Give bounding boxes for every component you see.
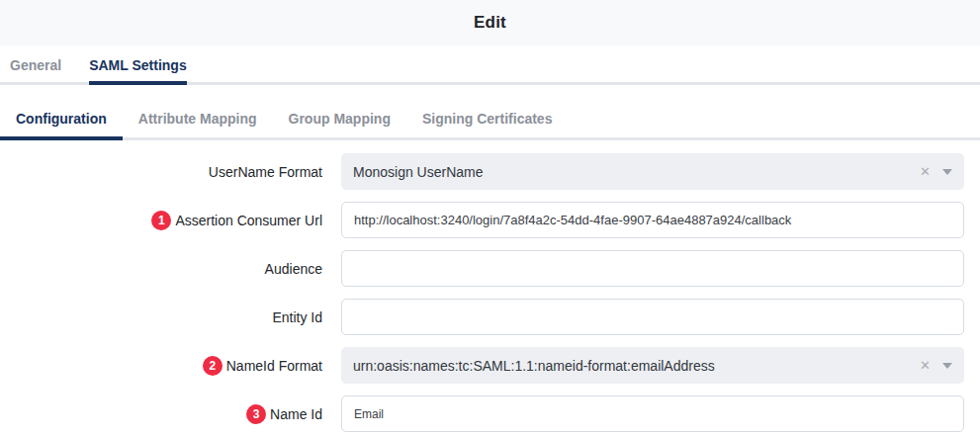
form-row-entity-id: Entity Id	[0, 299, 980, 335]
nameid-format-select[interactable]: urn:oasis:names:tc:SAML:1.1:nameid-forma…	[341, 347, 964, 384]
chevron-down-icon[interactable]	[942, 169, 952, 175]
subtab-group-mapping[interactable]: Group Mapping	[273, 98, 406, 137]
select-value: urn:oasis:names:tc:SAML:1.1:nameid-forma…	[353, 358, 920, 374]
configuration-form: UserName Format Monosign UserName ✕ 1 As…	[0, 140, 980, 432]
name-id-label: Name Id	[270, 406, 322, 422]
username-format-label: UserName Format	[209, 164, 322, 180]
page-title: Edit	[474, 13, 506, 33]
form-row-username-format: UserName Format Monosign UserName ✕	[0, 153, 980, 190]
username-format-select[interactable]: Monosign UserName ✕	[341, 153, 964, 190]
form-row-nameid-format: 2 NameId Format urn:oasis:names:tc:SAML:…	[0, 347, 980, 384]
name-id-input[interactable]	[341, 395, 964, 432]
tab-saml-settings[interactable]: SAML Settings	[89, 45, 187, 85]
step-badge-1: 1	[151, 211, 171, 230]
clear-icon[interactable]: ✕	[920, 165, 931, 178]
form-row-assertion-consumer-url: 1 Assertion Consumer Url	[0, 202, 980, 238]
nameid-format-label: NameId Format	[226, 358, 322, 374]
tab-general[interactable]: General	[10, 45, 61, 82]
select-value: Monosign UserName	[353, 164, 920, 180]
entity-id-label: Entity Id	[272, 309, 322, 325]
form-row-audience: Audience	[0, 250, 980, 287]
subtab-attribute-mapping[interactable]: Attribute Mapping	[123, 98, 273, 137]
subtab-configuration[interactable]: Configuration	[0, 98, 123, 140]
saml-subtabbar: Configuration Attribute Mapping Group Ma…	[0, 98, 980, 140]
chevron-down-icon[interactable]	[942, 363, 952, 369]
step-badge-3: 3	[246, 404, 266, 424]
assertion-consumer-url-label: Assertion Consumer Url	[175, 213, 322, 228]
dialog-header: Edit	[0, 0, 980, 45]
main-tabbar: General SAML Settings	[0, 45, 980, 85]
clear-icon[interactable]: ✕	[920, 359, 931, 372]
audience-input[interactable]	[341, 250, 964, 287]
step-badge-2: 2	[203, 356, 223, 376]
audience-label: Audience	[265, 261, 322, 277]
subtab-signing-certificates[interactable]: Signing Certificates	[406, 98, 568, 137]
form-row-name-id: 3 Name Id	[0, 395, 980, 432]
assertion-consumer-url-input[interactable]	[341, 202, 964, 238]
entity-id-input[interactable]	[341, 299, 964, 335]
